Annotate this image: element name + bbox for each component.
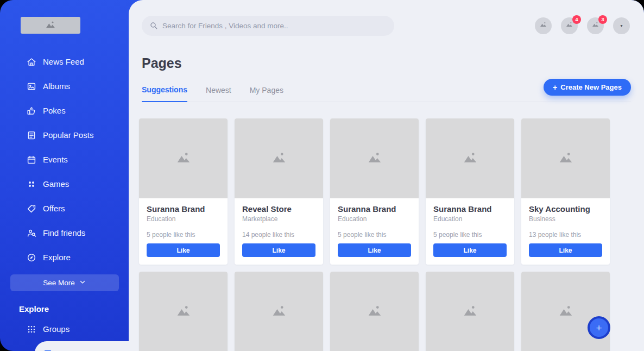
- image-placeholder-icon: [462, 303, 478, 321]
- page-card-body: Suranna Brand Education 5 people like th…: [426, 198, 514, 265]
- sidebar-item-albums[interactable]: Albums: [0, 74, 129, 98]
- page-cover-placeholder: [426, 118, 514, 198]
- notifications-button[interactable]: 4: [561, 17, 578, 34]
- sidebar-item-popular-posts[interactable]: Popular Posts: [0, 123, 129, 147]
- popular-posts-icon: [27, 130, 36, 140]
- plus-icon: +: [596, 323, 602, 333]
- offers-icon: [27, 204, 36, 214]
- page-cover-placeholder: [139, 118, 228, 198]
- page-card-partial: [426, 272, 514, 351]
- page-card: Sky Accounting Business 13 people like t…: [521, 118, 610, 265]
- page-title: Pages: [142, 55, 644, 71]
- sidebar-item-label: Albums: [43, 82, 70, 91]
- pokes-icon: [27, 106, 36, 116]
- sidebar-item-label: News Feed: [43, 57, 84, 66]
- page-card-partial: [235, 272, 323, 351]
- page-card-category: Education: [338, 215, 411, 223]
- page-cover-placeholder: [521, 118, 610, 198]
- page-cover-placeholder: [426, 272, 514, 351]
- pages-grid: Suranna Brand Education 5 people like th…: [139, 118, 644, 351]
- like-button[interactable]: Like: [147, 243, 220, 257]
- page-card: Reveal Store Marketplace 14 people like …: [235, 118, 323, 265]
- like-button[interactable]: Like: [433, 243, 507, 257]
- avatar-placeholder-icon: [539, 21, 547, 31]
- friend-requests-button[interactable]: [535, 17, 552, 34]
- like-button[interactable]: Like: [242, 243, 315, 257]
- page-card-likes: 13 people like this: [529, 231, 602, 239]
- create-new-pages-button[interactable]: + Create New Pages: [544, 79, 631, 96]
- search-input[interactable]: [142, 16, 394, 36]
- profile-menu-button[interactable]: ▾: [613, 17, 630, 34]
- see-more-button[interactable]: See More: [10, 274, 119, 291]
- explore-icon: [27, 253, 36, 262]
- sidebar-item-news-feed[interactable]: News Feed: [0, 49, 129, 74]
- page-cover-placeholder: [521, 272, 610, 351]
- find-friends-icon: [27, 228, 36, 238]
- page-cover-placeholder: [330, 272, 419, 351]
- messages-button[interactable]: 3: [587, 17, 604, 34]
- groups-icon: [27, 324, 36, 334]
- see-more-label: See More: [43, 279, 75, 287]
- image-placeholder-icon: [367, 303, 383, 321]
- page-card-title[interactable]: Suranna Brand: [147, 204, 220, 214]
- page-cover-placeholder: [330, 118, 419, 198]
- page-card-body: Suranna Brand Education 5 people like th…: [139, 198, 228, 265]
- page-cover-placeholder: [235, 118, 323, 198]
- page-card: Suranna Brand Education 5 people like th…: [426, 118, 514, 265]
- sidebar-item-explore[interactable]: Explore: [0, 245, 129, 269]
- image-placeholder-icon: [175, 303, 192, 321]
- page-card-title[interactable]: Reveal Store: [242, 204, 315, 214]
- page-card-likes: 14 people like this: [242, 231, 315, 239]
- page-card-title[interactable]: Sky Accounting: [529, 204, 602, 214]
- avatar-placeholder-icon: [591, 21, 599, 31]
- image-placeholder-icon: [558, 303, 574, 321]
- page-card-category: Marketplace: [242, 215, 315, 223]
- page-card-category: Education: [147, 215, 220, 223]
- page-card-category: Business: [529, 215, 602, 223]
- page-card-title[interactable]: Suranna Brand: [338, 204, 411, 214]
- events-icon: [27, 155, 36, 165]
- sidebar-section-heading: Explore: [19, 304, 129, 314]
- image-placeholder-icon: [175, 149, 192, 168]
- sidebar: News Feed Albums Pokes Popular Posts: [0, 0, 129, 351]
- home-icon: [27, 57, 36, 67]
- page-card-likes: 5 people like this: [147, 231, 220, 239]
- page-card: Suranna Brand Education 5 people like th…: [139, 118, 228, 265]
- page-card-title[interactable]: Suranna Brand: [433, 204, 507, 214]
- like-button[interactable]: Like: [529, 243, 602, 257]
- topbar-icons: 4 3 ▾: [535, 17, 630, 34]
- page-card-likes: 5 people like this: [433, 231, 507, 239]
- sidebar-item-pokes[interactable]: Pokes: [0, 98, 129, 123]
- topbar: 4 3 ▾: [129, 0, 644, 36]
- sidebar-item-label: Pokes: [43, 106, 66, 115]
- page-card-body: Sky Accounting Business 13 people like t…: [521, 198, 610, 265]
- page-card-partial: [330, 272, 419, 351]
- image-placeholder-icon: [367, 149, 383, 168]
- sidebar-item-label: Find friends: [43, 228, 85, 237]
- logo-image-placeholder-icon: [45, 20, 56, 31]
- albums-icon: [27, 82, 36, 91]
- image-placeholder-icon: [271, 149, 287, 168]
- tab-suggestions[interactable]: Suggestions: [142, 85, 187, 102]
- messages-badge: 3: [598, 15, 607, 24]
- sidebar-item-offers[interactable]: Offers: [0, 196, 129, 221]
- tab-my-pages[interactable]: My Pages: [250, 86, 283, 102]
- plus-icon: +: [553, 83, 557, 92]
- sidebar-item-groups[interactable]: Groups: [0, 317, 129, 341]
- games-icon: [27, 179, 36, 189]
- tab-newest[interactable]: Newest: [206, 86, 231, 102]
- sidebar-item-games[interactable]: Games: [0, 172, 129, 196]
- chevron-down-icon: [79, 279, 86, 287]
- sidebar-item-label: Events: [43, 155, 68, 164]
- page-cover-placeholder: [235, 272, 323, 351]
- app-logo[interactable]: [21, 17, 80, 34]
- sidebar-item-active-partial[interactable]: [35, 341, 129, 351]
- image-placeholder-icon: [271, 303, 287, 321]
- sidebar-item-find-friends[interactable]: Find friends: [0, 221, 129, 245]
- floating-add-button[interactable]: +: [588, 316, 610, 339]
- main-content: 4 3 ▾ Pages Suggestions Newest My Pages …: [129, 0, 644, 351]
- sidebar-item-events[interactable]: Events: [0, 147, 129, 172]
- sidebar-item-label: Explore: [43, 253, 71, 262]
- like-button[interactable]: Like: [338, 243, 411, 257]
- caret-down-icon: ▾: [620, 23, 622, 28]
